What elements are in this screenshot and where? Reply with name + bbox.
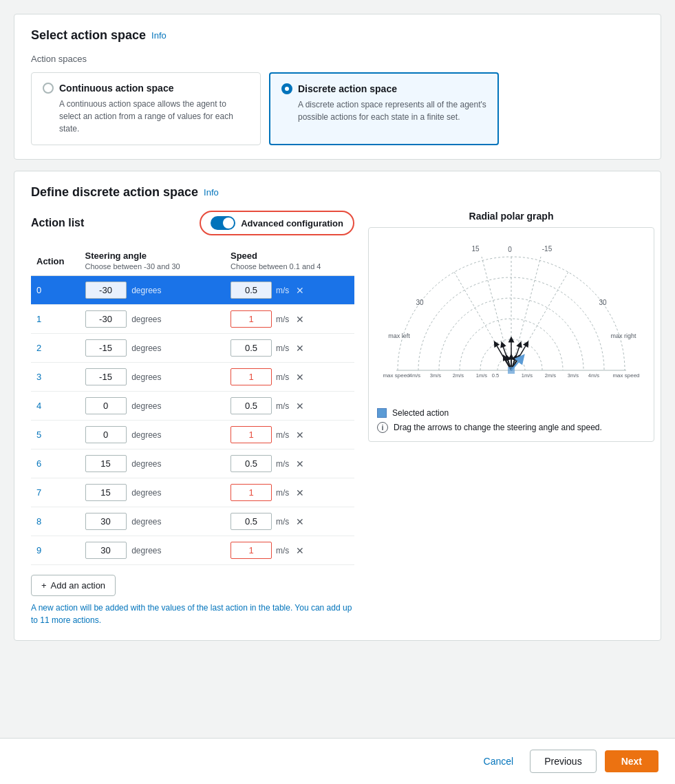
action-number-cell[interactable]: 8 [31,507,80,536]
action-number-cell[interactable]: 7 [31,478,80,507]
steering-input[interactable] [85,455,127,472]
steering-input[interactable] [85,282,127,299]
cancel-button[interactable]: Cancel [475,750,522,772]
svg-text:2m/s: 2m/s [453,372,464,379]
speed-input[interactable] [231,368,272,385]
steering-input[interactable] [85,310,127,328]
delete-row-button[interactable]: ✕ [293,343,307,354]
toggle-switch[interactable] [211,216,235,230]
steering-input[interactable] [85,484,127,501]
selected-action-legend: Selected action [377,408,645,418]
action-number: 3 [36,372,41,382]
advanced-config-toggle[interactable]: Advanced configuration [200,211,354,235]
previous-button[interactable]: Previous [530,750,596,773]
speed-input[interactable] [231,397,272,414]
speed-cell: m/s ✕ [225,305,354,334]
speed-input[interactable] [231,542,272,559]
speed-input[interactable] [231,339,272,357]
next-button[interactable]: Next [605,750,658,772]
ms-label: m/s [276,343,289,353]
action-number-cell[interactable]: 2 [31,334,80,363]
graph-container: 0 15 -15 30 30 max left max right max sp… [368,227,654,442]
delete-row-button[interactable]: ✕ [293,372,307,383]
action-list-title: Action list [31,217,84,229]
action-number-cell[interactable]: 1 [31,305,80,334]
discrete-section-content: Action list Advanced configuration Actio… [31,211,644,626]
drag-legend: i Drag the arrows to change the steering… [377,422,645,433]
ms-label: m/s [276,372,289,382]
svg-text:2m/s: 2m/s [545,372,557,379]
graph-svg-wrap: 0 15 -15 30 30 max left max right max sp… [377,236,645,401]
legend-selected-label: Selected action [392,408,449,418]
steering-input[interactable] [85,339,127,357]
delete-row-button[interactable]: ✕ [293,458,307,469]
steering-input[interactable] [85,397,127,414]
svg-text:-15: -15 [542,245,553,253]
ms-label: m/s [276,488,289,498]
delete-row-button[interactable]: ✕ [293,401,307,412]
speed-input[interactable] [231,426,272,443]
steering-input[interactable] [85,426,127,443]
speed-cell: m/s ✕ [225,334,354,363]
toggle-knob [223,218,234,229]
action-number-cell[interactable]: 5 [31,421,80,449]
action-number-cell[interactable]: 4 [31,392,80,421]
continuous-action-space-option[interactable]: Continuous action space A continuous act… [31,72,261,145]
action-list-panel: Action list Advanced configuration Actio… [31,211,354,626]
action-table: Action Steering angle Choose between -30… [31,246,354,565]
degrees-label: degrees [131,372,161,382]
svg-text:0.5: 0.5 [492,372,499,379]
table-row: 3 degrees m/s ✕ [31,363,354,392]
action-number: 6 [36,458,41,469]
degrees-label: degrees [131,286,161,295]
degrees-label: degrees [131,430,161,440]
delete-row-button[interactable]: ✕ [293,314,307,325]
svg-text:0: 0 [508,246,512,253]
speed-cell: m/s ✕ [225,421,354,449]
table-row: 5 degrees m/s ✕ [31,421,354,449]
delete-row-button[interactable]: ✕ [293,285,307,296]
delete-row-button[interactable]: ✕ [293,545,307,556]
svg-text:4m/s: 4m/s [588,372,600,379]
steering-cell: degrees [80,478,226,507]
action-number: 9 [36,545,41,555]
svg-text:max right: max right [610,332,636,339]
speed-input[interactable] [231,310,272,328]
action-spaces-grid: Continuous action space A continuous act… [31,72,499,145]
delete-row-button[interactable]: ✕ [293,516,307,527]
degrees-label: degrees [131,401,161,411]
action-number: 0 [36,285,41,295]
action-number-cell[interactable]: 9 [31,536,80,565]
discrete-info-link[interactable]: Info [204,187,219,198]
steering-cell: degrees [80,536,226,565]
continuous-radio[interactable] [43,83,54,94]
delete-row-button[interactable]: ✕ [293,430,307,441]
discrete-option-label: Discrete action space [298,83,397,94]
degrees-label: degrees [131,517,161,527]
speed-input[interactable] [231,484,272,501]
steering-cell: degrees [80,305,226,334]
ms-label: m/s [276,517,289,527]
steering-input[interactable] [85,542,127,559]
steering-input[interactable] [85,513,127,530]
action-number-cell[interactable]: 0 [31,276,80,305]
speed-input[interactable] [231,282,272,299]
speed-input[interactable] [231,513,272,530]
table-row: 1 degrees m/s ✕ [31,305,354,334]
svg-text:4m/s: 4m/s [409,372,421,379]
speed-cell: m/s ✕ [225,507,354,536]
action-number-cell[interactable]: 3 [31,363,80,392]
action-number: 1 [36,314,41,324]
svg-text:30: 30 [599,299,607,306]
graph-title: Radial polar graph [368,211,654,222]
discrete-action-space-option[interactable]: Discrete action space A discrete action … [269,72,499,145]
action-number-cell[interactable]: 6 [31,449,80,478]
discrete-radio[interactable] [281,83,292,94]
speed-input[interactable] [231,455,272,472]
add-action-button[interactable]: + Add an action [31,575,116,596]
info-link[interactable]: Info [151,30,167,41]
ms-label: m/s [276,315,289,324]
steering-input[interactable] [85,368,127,385]
table-row: 0 degrees m/s ✕ [31,276,354,305]
delete-row-button[interactable]: ✕ [293,487,307,498]
